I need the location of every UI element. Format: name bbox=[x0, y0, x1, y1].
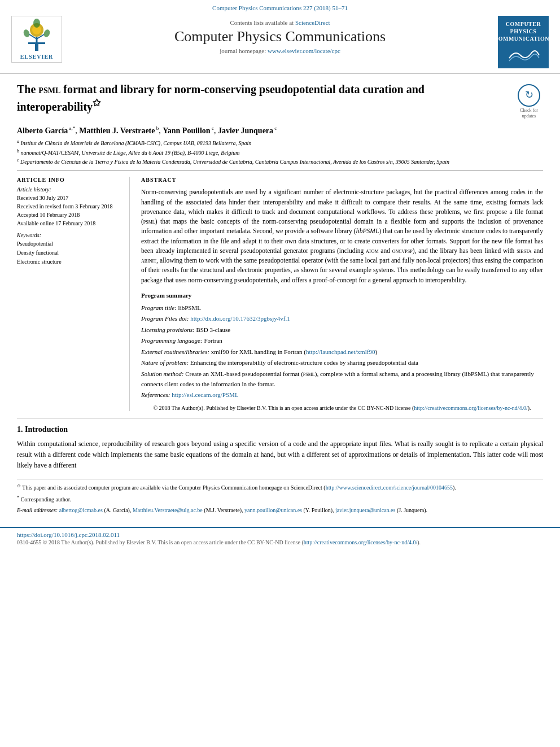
journal-title: Computer Physics Communications bbox=[68, 28, 492, 45]
history-revised: Received in revised form 3 February 2018 bbox=[17, 202, 121, 211]
section-divider bbox=[17, 418, 543, 418]
svg-point-8 bbox=[43, 29, 51, 38]
history-title: Article history: bbox=[17, 186, 121, 193]
references-link[interactable]: http://esl.cecam.org/PSML bbox=[172, 391, 238, 398]
footnote-sciencedirect-link[interactable]: http://www.sciencedirect.com/science/jou… bbox=[326, 485, 453, 491]
two-col-section: ARTICLE INFO Article history: Received 3… bbox=[17, 171, 543, 410]
svg-rect-0 bbox=[35, 44, 38, 51]
issn-line: 0310-4655 © 2018 The Author(s). Publishe… bbox=[17, 539, 543, 545]
footnote-1: ✩ This paper and its associated computer… bbox=[17, 483, 543, 492]
email-verstraete-link[interactable]: Matthieu.Verstraete@ulg.ac.be bbox=[133, 507, 203, 513]
footnote-2: * Corresponding author. bbox=[17, 495, 543, 504]
abstract-title: ABSTRACT bbox=[141, 177, 543, 183]
contents-line: Contents lists available at ScienceDirec… bbox=[68, 19, 492, 26]
footnotes-area: ✩ This paper and its associated computer… bbox=[17, 479, 543, 514]
check-updates-icon: ↻ bbox=[518, 84, 540, 107]
bottom-bar: https://doi.org/10.1016/j.cpc.2018.02.01… bbox=[0, 527, 560, 549]
email-pouillon-link[interactable]: yann.pouillon@unican.es bbox=[244, 507, 302, 513]
keyword-pseudopotential: Pseudopotential bbox=[17, 239, 121, 248]
sciencedirect-link[interactable]: ScienceDirect bbox=[295, 19, 330, 26]
program-files-row: Program Files doi: http://dx.doi.org/10.… bbox=[141, 314, 543, 324]
journal-citation-anchor[interactable]: Computer Physics Communications 227 (201… bbox=[212, 5, 348, 11]
email-garcia-link[interactable]: albertog@icmab.es bbox=[59, 507, 103, 513]
licensing-row: Licensing provisions: BSD 3-clause bbox=[141, 325, 543, 335]
external-row: External routines/libraries: xmlf90 for … bbox=[141, 347, 543, 357]
nature-row: Nature of problem: Enhancing the interop… bbox=[141, 358, 543, 368]
intro-heading: 1. Introduction bbox=[17, 425, 543, 434]
elsevier-tree-icon bbox=[17, 19, 56, 53]
page: Computer Physics Communications 227 (201… bbox=[0, 0, 560, 747]
journal-header: ELSEVIER Contents lists available at Sci… bbox=[0, 14, 560, 74]
program-summary: Program summary Program title: libPSML P… bbox=[141, 291, 543, 400]
xmlf90-link[interactable]: http://launchpad.net/xmlf90 bbox=[306, 348, 375, 355]
affiliation-c: c Departamento de Ciencias de la Tierra … bbox=[17, 157, 543, 166]
doi-link[interactable]: https://doi.org/10.1016/j.cpc.2018.02.01… bbox=[17, 531, 120, 538]
affiliation-a: a Institut de Ciència de Materials de Ba… bbox=[17, 138, 543, 147]
history-section: Article history: Received 30 July 2017 R… bbox=[17, 186, 121, 228]
svg-point-9 bbox=[33, 19, 40, 28]
history-accepted: Accepted 10 February 2018 bbox=[17, 211, 121, 219]
logo-title-text: COMPUTER PHYSICS COMMUNICATIONS bbox=[494, 20, 553, 42]
program-summary-title: Program summary bbox=[141, 291, 543, 301]
authors-line: Alberto García a,*, Matthieu J. Verstrae… bbox=[17, 125, 543, 136]
article-info: ARTICLE INFO Article history: Received 3… bbox=[17, 177, 130, 410]
elsevier-logo: ELSEVIER bbox=[11, 16, 62, 63]
footnote-3: E-mail addresses: albertog@icmab.es (A. … bbox=[17, 506, 543, 514]
journal-homepage: journal homepage: www.elsevier.com/locat… bbox=[68, 47, 492, 54]
journal-center: Contents lists available at ScienceDirec… bbox=[68, 16, 492, 54]
article-info-label: ARTICLE INFO bbox=[17, 177, 121, 183]
abstract-text: Norm-conserving pseudopotentials are use… bbox=[141, 187, 543, 285]
cc-license-link[interactable]: http://creativecommons.org/licenses/by-n… bbox=[414, 405, 527, 411]
keyword-density-functional: Density functional bbox=[17, 248, 121, 257]
keywords-label: Keywords: bbox=[17, 232, 121, 238]
homepage-link[interactable]: www.elsevier.com/locate/cpc bbox=[268, 47, 340, 54]
paper-title-section: The psml format and library for norm-con… bbox=[17, 82, 543, 120]
journal-logo-box: COMPUTER PHYSICS COMMUNICATIONS bbox=[498, 16, 549, 68]
check-updates-badge: ↻ Check for updates bbox=[515, 82, 543, 120]
doi-line: https://doi.org/10.1016/j.cpc.2018.02.01… bbox=[17, 531, 543, 538]
issn-cc-link[interactable]: http://creativecommons.org/licenses/by-n… bbox=[304, 539, 417, 545]
elsevier-label: ELSEVIER bbox=[20, 54, 54, 60]
svg-point-7 bbox=[23, 29, 30, 38]
program-files-link[interactable]: http://dx.doi.org/10.17632/3pgbsjy4vf.1 bbox=[190, 315, 290, 322]
journal-citation-link[interactable]: Computer Physics Communications 227 (201… bbox=[0, 0, 560, 14]
paper-title: The psml format and library for norm-con… bbox=[17, 82, 509, 115]
affiliation-b: b nanomat/Q-MAT/CESAM, Université de Liè… bbox=[17, 148, 543, 157]
copyright-line: © 2018 The Author(s). Published by Elsev… bbox=[141, 405, 543, 411]
intro-paragraph: Within computational science, reproducib… bbox=[17, 439, 543, 471]
references-row: References: http://esl.cecam.org/PSML bbox=[141, 390, 543, 400]
history-received: Received 30 July 2017 bbox=[17, 194, 121, 202]
keyword-electronic-structure: Electronic structure bbox=[17, 257, 121, 267]
keywords-section: Keywords: Pseudopotential Density functi… bbox=[17, 232, 121, 267]
main-content: The psml format and library for norm-con… bbox=[0, 74, 560, 522]
abstract-col: ABSTRACT Norm-conserving pseudopotential… bbox=[141, 177, 543, 410]
affiliations: a Institut de Ciència de Materials de Ba… bbox=[17, 138, 543, 166]
program-title-row: Program title: libPSML bbox=[141, 303, 543, 313]
email-junquera-link[interactable]: javier.junquera@unican.es bbox=[335, 507, 395, 513]
wave-icon bbox=[506, 47, 540, 64]
solution-row: Solution method: Create an XML-based pse… bbox=[141, 369, 543, 389]
programming-row: Programming language: Fortran bbox=[141, 336, 543, 346]
history-online: Available online 17 February 2018 bbox=[17, 219, 121, 228]
